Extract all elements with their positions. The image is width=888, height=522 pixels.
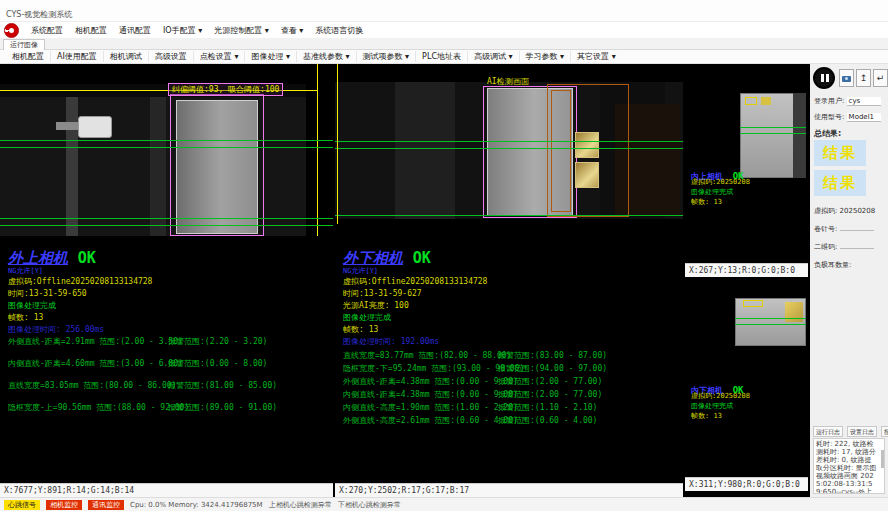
mark-yellow [745,97,757,105]
tool-camera-config[interactable]: 相机配置 [6,51,51,62]
camera-canvas-outer-upper[interactable]: 纠偏阈值:93, 吸合阈值:100 外上相机 OK NG允许[Y] 虚拟码:Of… [0,64,333,483]
serial-line: 虚拟码:20250208 [691,391,750,401]
menu-language-switch[interactable]: 系统语言切换 [315,25,363,36]
tool-other-settings[interactable]: 其它设置 ▾ [571,51,622,62]
log-tab-settings[interactable]: 设置日志 [847,426,877,437]
measure-line-green [0,147,333,148]
result-ok-text: OK [78,249,96,267]
snapshot-button[interactable] [839,69,854,87]
machine-structure [150,84,166,236]
ai-brightness-line: 光源AI亮度: 100 [343,300,409,311]
camera-view-outer-lower[interactable]: AI检测画面 外下相机 OK NG允许[Y] 虚拟码:Offline202502… [335,64,683,497]
result-box-2-text: 结果 [823,174,857,192]
alarm-range: 报警范围:(83.00 - 87.00) [498,350,607,361]
toolbar: 相机配置 AI使用配置 相机调试 高级设置 点检设置 ▾ 图像处理 ▾ 基准线参… [0,50,888,64]
virtual-code-label: 虚拟码: [814,207,837,215]
measurement-row: 内侧直线-高度=1.90mm 范围:(1.00 - 2.20) [343,402,518,413]
tool-learning-params[interactable]: 学习参数 ▾ [520,51,572,62]
measure-line-green [740,133,806,134]
model-value[interactable]: Model1 [847,113,881,122]
serial-line: 虚拟码:Offline20250208133134728 [8,276,152,287]
pixel-readout-middle: X:270;Y:2502;R:17;G:17;B:17 [335,483,683,497]
serial-line: 虚拟码:20250208 [691,177,750,187]
menu-comm-config[interactable]: 通讯配置 [119,25,151,36]
log-tab-run[interactable]: 运行日志 [813,426,843,437]
arrow-up-button[interactable]: ↥ [856,69,871,87]
threshold-note: 纠偏阈值:93, 吸合阈值:100 [168,83,283,96]
pixel-readout-top-right: X:267;Y:13;R:0;G:0;B:0 [685,263,808,277]
status-bar: 心跳信号 相机监控 通讯监控 Cpu: 0.0% Memory: 3424.41… [0,497,888,511]
footer-space [0,511,888,522]
model-field: 使用型号: Model1 [814,112,881,122]
time-line: 时间:13-31-59-627 [343,288,422,299]
gripper-connector [78,116,112,138]
tool-plc-address[interactable]: PLC地址表 [416,51,468,62]
alarm-range: 报警范围:(2.20 - 3.20) [168,336,267,347]
alarm-range: 报警范围:(2.00 - 77.00) [498,376,602,387]
pixel-readout-left: X:7677;Y:891;R:14;G:14;B:14 [0,483,333,497]
ng-allow-label: NG允许[Y] [8,266,43,276]
camera-canvas-inner-lower[interactable]: 内下相机 OK 虚拟码:20250208 图像处理完成 帧数: 13 [685,278,808,477]
roi-rect-orange-inner [551,90,571,212]
camera-result-line: 外上相机 OK [8,248,96,268]
login-user-label: 登录用户: [814,97,844,105]
tool-test-params[interactable]: 测试项参数 ▾ [357,51,417,62]
log-tab-alarm[interactable]: 报警日志 [881,426,888,437]
measure-line-green [0,140,333,141]
mark-yellow [761,97,771,105]
menu-view[interactable]: 查看 ▾ [281,25,304,36]
alarm-range: 报警范围:(2.00 - 77.00) [498,389,602,400]
measurement-row: 外侧直线-高度=2.61mm 范围:(0.60 - 4.00) [343,415,518,426]
tool-advanced-settings[interactable]: 高级设置 [149,51,194,62]
return-button[interactable]: ↵ [873,69,888,87]
frame-count-line: 帧数: 13 [8,312,43,323]
menu-io-config[interactable]: IO手配置 ▾ [163,25,202,36]
alarm-range: 报警范围:(0.60 - 4.00) [498,415,597,426]
measure-line-green [335,148,683,149]
menu-camera-config[interactable]: 相机配置 [75,25,107,36]
camera-view-outer-upper[interactable]: 纠偏阈值:93, 吸合阈值:100 外上相机 OK NG允许[Y] 虚拟码:Of… [0,64,333,497]
log-tab-bar: 运行日志 设置日志 报警日志 [813,426,885,437]
log-output[interactable]: 耗时: 222, 纹路检测耗时: 17, 纹路分差耗时: 0, 纹路提取分区耗时… [813,438,885,494]
machine-structure [66,84,78,236]
pin-number-field: 卷针号: [814,224,874,234]
tool-baseline-params[interactable]: 基准线参数 ▾ [297,51,357,62]
menu-system-config[interactable]: 系统配置 [31,25,63,36]
guide-line-yellow [317,64,318,236]
camera-canvas-inner-upper[interactable]: 内上相机 OK 虚拟码:20250208 图像处理完成 帧数: 13 [685,64,808,263]
tool-spot-check[interactable]: 点检设置 ▾ [194,51,246,62]
qr-code-label: 二维码: [814,243,837,251]
tab-run-image[interactable]: 运行图像 [3,39,45,50]
heartbeat-badge: 心跳信号 [4,500,40,510]
camera-view-inner-upper[interactable]: 内上相机 OK 虚拟码:20250208 图像处理完成 帧数: 13 X:267… [685,64,808,277]
alarm-range: 报警范围:(0.00 - 8.00) [168,358,267,369]
pin-number-value[interactable] [840,230,874,231]
lower-cam-heartbeat-warning: 下相机心跳检测异常 [338,500,401,510]
qr-code-value[interactable] [840,248,874,249]
tool-image-processing[interactable]: 图像处理 ▾ [245,51,297,62]
camera-view-inner-lower[interactable]: 内下相机 OK 虚拟码:20250208 图像处理完成 帧数: 13 X:311… [685,278,808,491]
login-user-value[interactable]: cys [847,97,881,106]
measure-line-green [0,225,333,226]
main-area: 纠偏阈值:93, 吸合阈值:100 外上相机 OK NG允许[Y] 虚拟码:Of… [0,64,888,497]
mark-yellow [743,300,763,307]
menu-light-config[interactable]: 光源控制配置 ▾ [214,25,269,36]
pause-button[interactable] [813,67,835,89]
camera-canvas-outer-lower[interactable]: AI检测画面 外下相机 OK NG允许[Y] 虚拟码:Offline202502… [335,64,683,483]
total-result-label: 总结果: [814,128,841,139]
panel-button-row: ↥ ↵ [813,67,885,91]
camera-title: 外上相机 [8,249,68,267]
log-scrollbar[interactable] [881,450,884,468]
proc-time-line: 图像处理时间: 256.00ms [8,324,104,335]
tool-camera-debug[interactable]: 相机调试 [104,51,149,62]
tool-ai-usage[interactable]: AI使用配置 [51,51,104,62]
done-line: 图像处理完成 [8,300,56,311]
machine-structure [395,82,455,219]
ng-allow-label: NG允许[Y] [343,266,378,276]
proc-time-line: 图像处理时间: 192.00ms [343,336,439,347]
tool-advanced-debug[interactable]: 高级调试 ▾ [468,51,520,62]
ai-view-note: AI检测画面 [487,76,529,87]
alarm-range: 报警范围:(94.00 - 97.00) [498,363,607,374]
gold-contact [575,132,599,158]
gold-contact [575,162,599,188]
